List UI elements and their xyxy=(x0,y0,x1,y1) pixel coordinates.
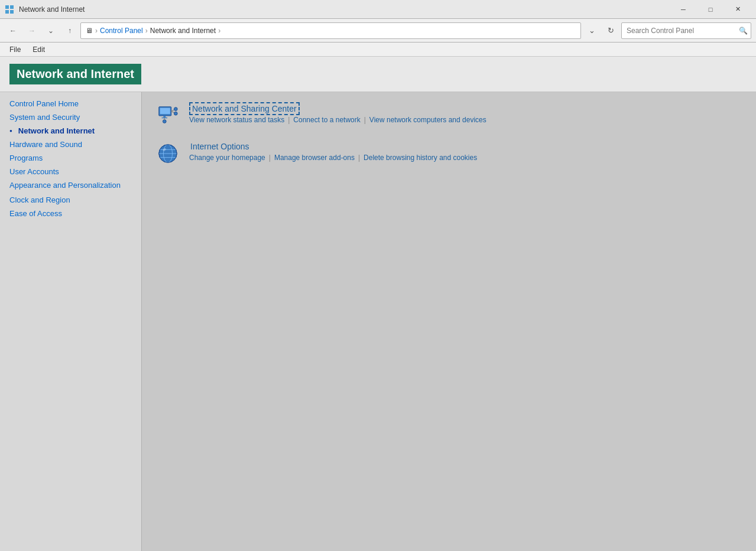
main-layout: Control Panel Home System and Security N… xyxy=(0,92,756,551)
sidebar-label-control-panel-home: Control Panel Home xyxy=(9,99,79,108)
title-bar: Network and Internet ─ □ ✕ xyxy=(0,0,756,19)
network-sharing-title[interactable]: Network and Sharing Center xyxy=(189,102,300,115)
sidebar-item-appearance[interactable]: Appearance and Personalization xyxy=(0,178,141,193)
title-bar-left: Network and Internet xyxy=(5,5,85,14)
internet-options-content: Internet Options Change your homepage | … xyxy=(189,142,477,162)
sidebar-item-network-internet[interactable]: Network and Internet xyxy=(0,124,141,138)
page-title-box: Network and Internet xyxy=(9,64,141,84)
app-icon xyxy=(5,5,14,14)
sidebar-item-system-security[interactable]: System and Security xyxy=(0,110,141,124)
recent-button[interactable]: ⌄ xyxy=(43,22,59,39)
refresh-button[interactable]: ↻ xyxy=(602,22,619,39)
close-button[interactable]: ✕ xyxy=(724,0,751,19)
sidebar: Control Panel Home System and Security N… xyxy=(0,92,142,551)
sidebar-label-network-internet: Network and Internet xyxy=(18,126,95,135)
path-icon: 🖥 xyxy=(86,27,93,35)
sidebar-item-user-accounts[interactable]: User Accounts xyxy=(0,165,141,178)
svg-point-10 xyxy=(174,107,177,111)
network-sharing-content: Network and Sharing Center View network … xyxy=(189,104,486,124)
svg-point-12 xyxy=(163,120,166,123)
internet-options-title[interactable]: Internet Options xyxy=(189,141,251,152)
svg-rect-3 xyxy=(10,10,14,14)
svg-rect-1 xyxy=(10,5,14,9)
search-wrapper: 🔍 xyxy=(621,22,751,39)
sidebar-label-clock-region: Clock and Region xyxy=(9,195,70,204)
sidebar-label-system-security: System and Security xyxy=(9,113,80,122)
window-controls: ─ □ ✕ xyxy=(670,0,751,19)
network-sharing-icon xyxy=(156,104,180,128)
link-change-homepage[interactable]: Change your homepage xyxy=(189,154,265,162)
address-bar: ← → ⌄ ↑ 🖥 › Control Panel › Network and … xyxy=(0,19,756,43)
content-area: Network and Sharing Center View network … xyxy=(142,92,756,551)
svg-rect-6 xyxy=(163,116,166,118)
sidebar-item-ease-access[interactable]: Ease of Access xyxy=(0,207,141,220)
svg-rect-5 xyxy=(160,108,170,114)
menu-edit[interactable]: Edit xyxy=(28,44,50,55)
sidebar-label-programs: Programs xyxy=(9,154,43,162)
back-button[interactable]: ← xyxy=(5,22,21,39)
forward-button[interactable]: → xyxy=(24,22,40,39)
link-view-status[interactable]: View network status and tasks xyxy=(189,116,284,124)
maximize-button[interactable]: □ xyxy=(697,0,724,19)
address-path: 🖥 › Control Panel › Network and Internet… xyxy=(80,22,581,39)
path-control-panel[interactable]: Control Panel xyxy=(100,27,143,35)
minimize-button[interactable]: ─ xyxy=(670,0,697,19)
svg-rect-0 xyxy=(5,5,9,9)
internet-options-links: Change your homepage | Manage browser ad… xyxy=(189,154,477,162)
window-title: Network and Internet xyxy=(19,5,85,14)
search-input[interactable] xyxy=(621,22,751,39)
menu-bar: File Edit xyxy=(0,43,756,57)
sidebar-label-hardware-sound: Hardware and Sound xyxy=(9,140,82,149)
svg-point-11 xyxy=(174,112,177,115)
link-connect-network[interactable]: Connect to a network xyxy=(293,116,360,124)
sidebar-item-hardware-sound[interactable]: Hardware and Sound xyxy=(0,138,141,151)
sidebar-item-clock-region[interactable]: Clock and Region xyxy=(0,193,141,207)
link-manage-addons[interactable]: Manage browser add-ons xyxy=(274,154,355,162)
link-view-computers[interactable]: View network computers and devices xyxy=(369,116,486,124)
menu-file[interactable]: File xyxy=(5,44,25,55)
svg-rect-2 xyxy=(5,10,9,14)
sidebar-label-user-accounts: User Accounts xyxy=(9,167,59,176)
network-sharing-section: Network and Sharing Center View network … xyxy=(156,104,742,128)
sidebar-label-appearance: Appearance and Personalization xyxy=(9,181,121,191)
internet-options-section: Internet Options Change your homepage | … xyxy=(156,142,742,165)
sidebar-item-programs[interactable]: Programs xyxy=(0,151,141,165)
address-dropdown-button[interactable]: ⌄ xyxy=(583,22,600,39)
network-sharing-links: View network status and tasks | Connect … xyxy=(189,116,486,124)
up-button[interactable]: ↑ xyxy=(61,22,78,39)
sidebar-item-control-panel-home[interactable]: Control Panel Home xyxy=(0,97,141,110)
sidebar-label-ease-access: Ease of Access xyxy=(9,209,62,218)
internet-options-icon xyxy=(156,142,180,165)
link-delete-browsing[interactable]: Delete browsing history and cookies xyxy=(364,154,477,162)
page-title: Network and Internet xyxy=(17,67,134,80)
page-title-bar: Network and Internet xyxy=(0,57,756,92)
path-network-internet[interactable]: Network and Internet xyxy=(150,27,216,35)
